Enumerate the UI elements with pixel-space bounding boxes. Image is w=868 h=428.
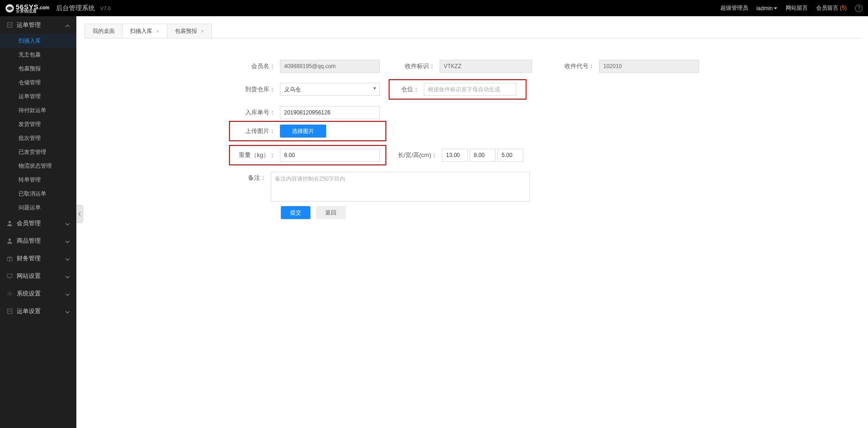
sidebar-item-12[interactable]: 问题运单 [0,201,76,214]
inbound-label: 入库单号： [229,108,280,117]
remark-textarea[interactable] [271,172,530,201]
logo-icon [6,4,14,13]
sidebar-group-1[interactable]: 会员管理 [0,214,76,232]
dims-label: 长/宽/高(cm)： [391,151,442,159]
sidebar-group-label: 系统设置 [17,290,41,298]
upload-label: 上传图片： [232,127,280,135]
sidebar: 运单管理扫描入库无主包裹包裹预报仓储管理运单管理待付款运单发货管理批次管理已发货… [0,16,76,428]
logo: 56SYS.com 全景物流通 [6,3,50,13]
chevron-icon [65,256,70,261]
sidebar-item-8[interactable]: 已发货管理 [0,145,76,159]
sidebar-item-0[interactable]: 扫描入库 [0,34,76,48]
dim-width-input[interactable] [470,149,496,162]
gift-icon [6,255,13,262]
chevron-icon [65,291,70,296]
user-icon [6,238,13,244]
version: V7.0 [100,6,111,11]
tab-2[interactable]: 包裹预报× [167,24,212,38]
recv-code-label: 收件代号： [548,62,599,70]
sidebar-item-10[interactable]: 转单管理 [0,173,76,187]
member-msg-label: 会员留言 [816,5,838,11]
svg-rect-0 [7,23,12,28]
back-button[interactable]: 返回 [316,206,346,219]
warehouse-label: 到货仓库： [229,85,280,94]
member-input[interactable] [280,60,380,73]
svg-rect-7 [7,274,12,277]
sidebar-group-label: 会员管理 [17,219,41,227]
sidebar-item-9[interactable]: 物流状态管理 [0,159,76,173]
top-header: 56SYS.com 全景物流通 后台管理系统 V7.0 超级管理员 iadmin… [0,0,868,16]
chevron-icon [65,309,70,314]
select-image-button[interactable]: 选择图片 [280,125,326,138]
member-msg-count: (5) [840,5,847,11]
tab-label: 我的桌面 [93,27,115,35]
sidebar-group-label: 运单管理 [17,21,41,29]
close-icon[interactable]: × [156,28,160,35]
user-menu[interactable]: iadmin [756,5,777,12]
main-area: 我的桌面扫描入库×包裹预报× 会员名： 收件标识： 收件代号： [76,16,868,428]
sidebar-item-11[interactable]: 已取消运单 [0,187,76,201]
recv-code-input[interactable] [599,60,699,73]
sidebar-group-5[interactable]: 系统设置 [0,285,76,302]
bin-label: 仓位： [391,85,424,94]
sidebar-group-4[interactable]: 网站设置 [0,267,76,285]
chevron-down-icon [774,7,777,9]
help-icon[interactable]: ? [855,5,862,12]
tab-label: 包裹预报 [175,27,197,35]
sidebar-group-0[interactable]: 运单管理 [0,16,76,34]
svg-point-3 [8,221,11,223]
member-msg-link[interactable]: 会员留言 (5) [816,4,847,12]
chevron-icon [65,239,70,243]
sidebar-group-label: 商品管理 [17,237,41,245]
user-icon [6,220,13,227]
sidebar-item-7[interactable]: 批次管理 [0,131,76,145]
sidebar-group-2[interactable]: 商品管理 [0,232,76,250]
sidebar-item-6[interactable]: 发货管理 [0,117,76,131]
recv-tag-input[interactable] [440,60,532,73]
tab-1[interactable]: 扫描入库× [122,24,167,38]
chevron-icon [65,221,70,226]
sidebar-group-6[interactable]: 运单设置 [0,302,76,320]
submit-button[interactable]: 提交 [281,206,310,219]
tab-0[interactable]: 我的桌面 [85,24,123,38]
dim-length-input[interactable] [442,149,468,162]
sidebar-group-label: 网站设置 [17,272,41,280]
warehouse-select[interactable]: 义乌仓 [280,83,380,96]
bin-input[interactable] [424,83,516,96]
svg-point-9 [9,293,11,295]
weight-label: 重量（kg）： [232,151,280,159]
site-msg-link[interactable]: 网站留言 [786,4,808,12]
member-label: 会员名： [229,62,280,70]
chevron-icon [65,23,70,27]
monitor-icon [6,273,13,279]
gear-icon [6,290,13,297]
svg-point-4 [8,239,11,241]
user-name: iadmin [756,5,773,12]
tabs: 我的桌面扫描入库×包裹预报× [76,16,868,38]
inbound-input[interactable] [280,106,380,119]
system-title: 后台管理系统 [56,4,95,13]
sidebar-group-label: 运单设置 [17,307,41,315]
sidebar-item-3[interactable]: 仓储管理 [0,76,76,89]
header-right: 超级管理员 iadmin 网站留言 会员留言 (5) ? [720,4,862,12]
sidebar-group-3[interactable]: 财务管理 [0,250,76,267]
sidebar-item-5[interactable]: 待付款运单 [0,103,76,117]
sidebar-item-4[interactable]: 运单管理 [0,89,76,103]
chevron-icon [65,274,70,278]
close-icon[interactable]: × [201,28,205,35]
sidebar-item-1[interactable]: 无主包裹 [0,48,76,62]
sidebar-item-2[interactable]: 包裹预报 [0,62,76,76]
svg-rect-10 [7,309,12,314]
role-label: 超级管理员 [720,4,748,12]
doc-icon [6,22,13,28]
tab-label: 扫描入库 [130,27,152,35]
sidebar-collapse-handle[interactable] [76,205,83,223]
logo-domain: .com [38,5,49,10]
remark-label: 备注： [229,172,271,182]
dim-height-input[interactable] [497,149,523,162]
header-left: 56SYS.com 全景物流通 后台管理系统 V7.0 [6,3,111,13]
sidebar-group-label: 财务管理 [17,254,41,263]
weight-input[interactable] [280,149,380,162]
doc-icon [6,308,13,315]
recv-tag-label: 收件标识： [389,62,440,70]
